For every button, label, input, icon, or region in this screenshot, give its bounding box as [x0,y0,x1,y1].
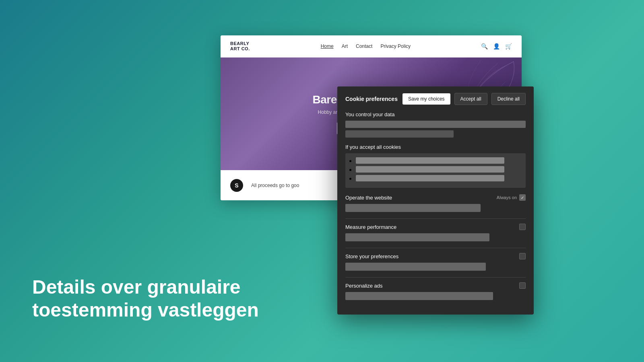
measure-title: Measure performance [345,224,396,230]
operate-section: Operate the website Always on ✓ [345,194,526,212]
you-control-section: You control your data [345,111,526,138]
divider-2 [345,248,526,248]
nav-icons: 🔍 👤 🛒 [481,43,512,49]
store-checkbox[interactable] [519,253,526,259]
if-accept-section: If you accept all cookies [345,144,526,188]
you-control-bar-2 [345,130,454,138]
store-title: Store your preferences [345,253,398,259]
personalize-title: Personalize ads [345,283,383,289]
store-bar [345,263,486,271]
cookie-body: You control your data If you accept all … [337,111,534,315]
user-icon[interactable]: 👤 [493,43,500,49]
personalize-bar [345,292,493,300]
personalize-header: Personalize ads [345,282,526,289]
nav-link-art[interactable]: Art [342,43,348,49]
nav-link-privacy[interactable]: Privacy Policy [380,43,411,49]
cookie-panel: Cookie preferences Save my choices Accep… [337,86,534,315]
search-icon[interactable]: 🔍 [481,43,488,49]
divider-1 [345,218,526,219]
measure-checkbox[interactable] [519,224,526,230]
if-accept-box [345,153,526,188]
store-header: Store your preferences [345,253,526,259]
cart-icon[interactable]: 🛒 [506,43,512,49]
store-section: Store your preferences [345,253,526,271]
nav-link-contact[interactable]: Contact [356,43,372,49]
cookie-title: Cookie preferences [345,96,398,102]
headline-line1: Details over granulaire [32,276,241,298]
if-accept-header: If you accept all cookies [345,144,526,150]
always-on-label: Always on ✓ [497,194,526,201]
headline-line2: toestemming vastleggen [32,299,259,321]
shopify-icon: S [230,179,243,192]
decline-all-button[interactable]: Decline all [491,93,526,105]
operate-title: Operate the website [345,195,392,201]
cookie-header: Cookie preferences Save my choices Accep… [337,86,534,111]
measure-section: Measure performance [345,224,526,241]
personalize-section: Personalize ads [345,282,526,300]
bullet-item-2 [356,166,504,173]
you-control-header: You control your data [345,111,526,117]
bullet-item-1 [356,157,504,164]
bullet-item-3 [356,175,504,181]
nav-links: Home Art Contact Privacy Policy [321,43,411,49]
save-choices-button[interactable]: Save my choices [402,93,450,105]
operate-bar [345,204,481,212]
proceeds-text: All proceeds go to goo [251,183,299,188]
always-on-checkbox: ✓ [519,194,526,201]
nav-logo: BEARLY ART CO. [230,41,250,51]
measure-bar [345,233,489,241]
page-headline: Details over granulaire toestemming vast… [32,276,259,322]
nav-bar: BEARLY ART CO. Home Art Contact Privacy … [221,35,522,58]
divider-3 [345,277,526,278]
nav-link-home[interactable]: Home [321,43,334,49]
personalize-checkbox[interactable] [519,282,526,289]
you-control-title: You control your data [345,111,394,117]
you-control-bar-1 [345,121,526,128]
if-accept-title: If you accept all cookies [345,144,401,150]
if-accept-list [350,157,521,181]
measure-header: Measure performance [345,224,526,230]
accept-all-button[interactable]: Accept all [454,93,487,105]
you-control-bars [345,121,526,138]
operate-header: Operate the website Always on ✓ [345,194,526,201]
